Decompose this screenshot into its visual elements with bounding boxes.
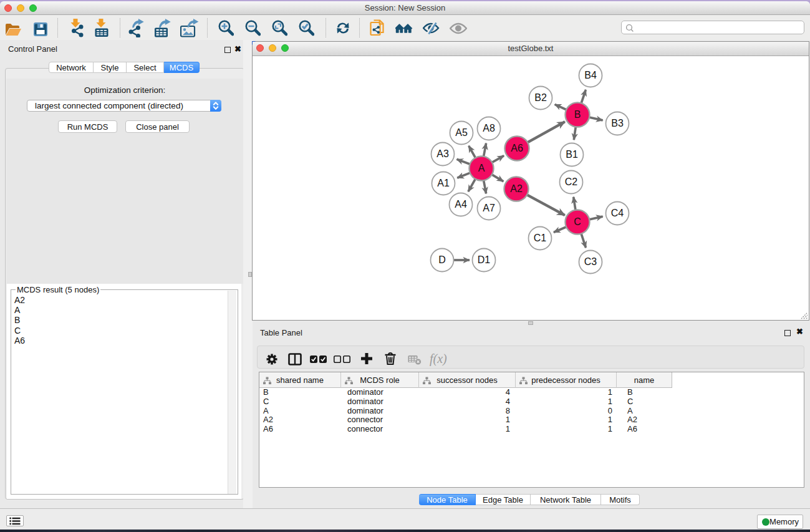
svg-text:C1: C1 xyxy=(534,233,547,243)
svg-text:A6: A6 xyxy=(511,143,523,153)
svg-text:B: B xyxy=(574,109,581,120)
svg-text:B3: B3 xyxy=(611,118,624,128)
svg-text:B1: B1 xyxy=(566,149,578,160)
svg-text:A: A xyxy=(478,163,485,173)
svg-text:A5: A5 xyxy=(455,127,468,138)
svg-text:B4: B4 xyxy=(584,70,597,80)
svg-text:A7: A7 xyxy=(483,203,495,213)
svg-text:D1: D1 xyxy=(478,254,491,265)
svg-text:A4: A4 xyxy=(455,199,467,210)
svg-text:D: D xyxy=(438,254,446,265)
svg-text:C4: C4 xyxy=(611,208,624,218)
svg-text:A1: A1 xyxy=(437,178,450,188)
svg-text:A2: A2 xyxy=(510,183,523,194)
svg-text:B2: B2 xyxy=(534,92,547,103)
svg-text:A8: A8 xyxy=(483,123,495,133)
svg-text:C3: C3 xyxy=(584,256,597,267)
svg-text:C: C xyxy=(574,216,581,227)
svg-text:C2: C2 xyxy=(565,177,578,187)
svg-text:A3: A3 xyxy=(436,148,449,159)
